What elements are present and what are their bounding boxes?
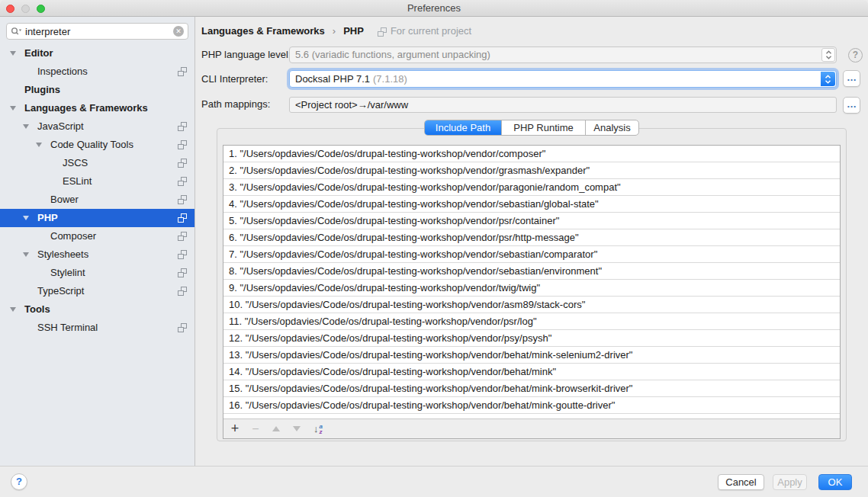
search-input[interactable]: [25, 26, 173, 37]
sidebar-item-plugins[interactable]: Plugins: [0, 81, 194, 99]
sidebar-item-composer[interactable]: Composer: [0, 227, 194, 245]
chevron-down-icon[interactable]: [10, 307, 16, 312]
sidebar-item-label: PHP: [37, 209, 58, 227]
cancel-button[interactable]: Cancel: [718, 474, 764, 490]
remove-button[interactable]: [249, 422, 262, 436]
per-project-icon: [178, 159, 187, 168]
include-path-row[interactable]: 13. "/Users/opdavies/Code/os/drupal-test…: [223, 347, 840, 364]
path-mappings-value: <Project root>→/var/www: [295, 99, 408, 111]
include-path-row[interactable]: 14. "/Users/opdavies/Code/os/drupal-test…: [223, 364, 840, 380]
sidebar-item-label: Inspections: [37, 63, 88, 81]
sidebar-item-code-quality-tools[interactable]: Code Quality Tools: [0, 136, 194, 154]
include-path-row[interactable]: 16. "/Users/opdavies/Code/os/drupal-test…: [223, 397, 840, 414]
sidebar-item-bower[interactable]: Bower: [0, 191, 194, 209]
sidebar-item-label: ESLint: [63, 172, 92, 191]
chevron-down-icon[interactable]: [10, 51, 16, 56]
sidebar-item-languages-frameworks[interactable]: Languages & Frameworks: [0, 99, 194, 117]
sort-alphabetically-button[interactable]: ↓: [313, 423, 323, 434]
tab-analysis[interactable]: Analysis: [585, 120, 638, 135]
stepper-arrows-icon[interactable]: [821, 48, 835, 62]
include-path-row[interactable]: 1. "/Users/opdavies/Code/os/drupal-testi…: [223, 146, 840, 162]
include-path-row[interactable]: 9. "/Users/opdavies/Code/os/drupal-testi…: [223, 280, 840, 297]
sidebar-item-label: Editor: [24, 44, 53, 63]
chevron-down-icon[interactable]: [23, 252, 29, 257]
tab-php-runtime[interactable]: PHP Runtime: [501, 120, 585, 135]
breadcrumb: Languages & Frameworks › PHP For current…: [201, 25, 471, 37]
clear-search-icon[interactable]: [173, 26, 184, 37]
per-project-icon: [178, 287, 187, 296]
chevron-down-icon[interactable]: [36, 143, 42, 147]
include-path-row[interactable]: 3. "/Users/opdavies/Code/os/drupal-testi…: [223, 179, 840, 196]
breadcrumb-php: PHP: [343, 25, 364, 37]
sidebar-item-stylesheets[interactable]: Stylesheets: [0, 245, 194, 264]
main-panel: Languages & Frameworks › PHP For current…: [196, 17, 868, 466]
sort-az-icon: [320, 424, 323, 434]
search-icon: [11, 27, 22, 37]
sort-arrow-icon: ↓: [313, 423, 319, 434]
cli-interpreter-select[interactable]: Docksal PHP 7.1(7.1.18): [289, 70, 837, 88]
cli-interpreter-label: CLI Interpreter:: [201, 73, 268, 85]
window-title: Preferences: [0, 2, 868, 14]
title-bar: Preferences: [0, 0, 868, 17]
footer-bar: Cancel Apply OK: [0, 466, 868, 497]
sidebar-item-javascript[interactable]: JavaScript: [0, 117, 194, 136]
sidebar-item-label: TypeScript: [37, 282, 84, 300]
include-path-row[interactable]: 4. "/Users/opdavies/Code/os/drupal-testi…: [223, 196, 840, 213]
include-path-panel: 1. "/Users/opdavies/Code/os/drupal-testi…: [217, 128, 847, 441]
include-path-row[interactable]: 10. "/Users/opdavies/Code/os/drupal-test…: [223, 297, 840, 313]
cli-interpreter-browse-button[interactable]: [843, 70, 860, 87]
chevron-down-icon[interactable]: [23, 124, 29, 129]
per-project-icon: [178, 323, 187, 332]
path-mappings-field[interactable]: <Project root>→/var/www: [289, 97, 837, 113]
sidebar-item-label: Tools: [24, 300, 50, 319]
chevron-down-icon[interactable]: [10, 106, 16, 111]
sidebar-item-label: JavaScript: [37, 117, 84, 136]
path-mappings-browse-button[interactable]: [843, 97, 860, 114]
sidebar-item-eslint[interactable]: ESLint: [0, 172, 194, 191]
add-button[interactable]: [228, 422, 242, 436]
sidebar-item-stylelint[interactable]: Stylelint: [0, 264, 194, 282]
include-path-row[interactable]: 11. "/Users/opdavies/Code/os/drupal-test…: [223, 313, 840, 330]
help-button[interactable]: [11, 473, 27, 490]
sidebar-item-label: Bower: [50, 191, 79, 209]
include-path-row[interactable]: 5. "/Users/opdavies/Code/os/drupal-testi…: [223, 213, 840, 229]
sidebar-item-tools[interactable]: Tools: [0, 300, 194, 319]
per-project-icon: [378, 27, 387, 37]
include-path-row[interactable]: 7. "/Users/opdavies/Code/os/drupal-testi…: [223, 246, 840, 263]
breadcrumb-languages-frameworks[interactable]: Languages & Frameworks: [201, 25, 325, 37]
per-project-icon: [178, 195, 187, 204]
sidebar-item-label: Languages & Frameworks: [24, 99, 148, 117]
include-path-row[interactable]: 2. "/Users/opdavies/Code/os/drupal-testi…: [223, 162, 840, 179]
minus-icon: [252, 422, 259, 436]
for-current-project-badge: For current project: [378, 25, 471, 37]
stepper-arrows-icon[interactable]: [821, 72, 835, 86]
chevron-down-icon[interactable]: [23, 216, 29, 220]
sidebar-item-label: Plugins: [24, 81, 60, 99]
help-icon-small[interactable]: [848, 48, 863, 63]
sidebar-item-inspections[interactable]: Inspections: [0, 63, 194, 81]
sidebar-item-ssh-terminal[interactable]: SSH Terminal: [0, 319, 194, 337]
search-box[interactable]: [6, 23, 188, 40]
per-project-icon: [178, 140, 187, 149]
sidebar-item-typescript[interactable]: TypeScript: [0, 282, 194, 300]
tab-include-path[interactable]: Include Path: [425, 120, 501, 135]
ok-button[interactable]: OK: [818, 474, 852, 490]
include-path-row[interactable]: 12. "/Users/opdavies/Code/os/drupal-test…: [223, 330, 840, 347]
sidebar-item-php[interactable]: PHP: [0, 209, 194, 227]
sidebar-item-jscs[interactable]: JSCS: [0, 154, 194, 172]
move-up-button[interactable]: [269, 422, 283, 436]
per-project-icon: [178, 213, 187, 223]
per-project-icon: [178, 250, 187, 259]
language-level-select[interactable]: 5.6 (variadic functions, argument unpack…: [289, 46, 837, 63]
include-path-row[interactable]: 8. "/Users/opdavies/Code/os/drupal-testi…: [223, 263, 840, 280]
sidebar-item-label: Composer: [50, 227, 96, 245]
settings-sidebar: EditorInspectionsPluginsLanguages & Fram…: [0, 17, 195, 466]
apply-button[interactable]: Apply: [773, 474, 807, 490]
move-down-button[interactable]: [290, 422, 304, 436]
include-path-row[interactable]: 15. "/Users/opdavies/Code/os/drupal-test…: [223, 380, 840, 397]
sidebar-item-editor[interactable]: Editor: [0, 44, 194, 63]
down-arrow-icon: [293, 426, 301, 431]
include-path-row[interactable]: 6. "/Users/opdavies/Code/os/drupal-testi…: [223, 229, 840, 246]
sidebar-item-label: SSH Terminal: [37, 319, 98, 337]
tab-bar: Include PathPHP RuntimeAnalysis: [424, 120, 639, 136]
